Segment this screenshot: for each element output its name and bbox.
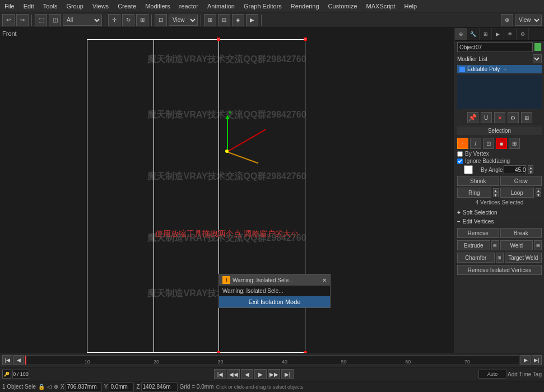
soft-selection-row[interactable]: + Soft Selection (455, 208, 544, 217)
modifier-entry[interactable]: Editable Poly + (457, 65, 542, 73)
menu-group[interactable]: Group (62, 2, 88, 11)
timeline-next-btn[interactable]: ▶ (520, 355, 531, 365)
menu-graph-editors[interactable]: Graph Editors (239, 2, 286, 11)
tab-create[interactable]: ⊕ (455, 28, 467, 40)
x-value-input[interactable] (66, 382, 102, 391)
angle-down-arrow[interactable]: ▼ (528, 170, 533, 174)
grow-button[interactable]: Grow (500, 176, 542, 186)
viewport[interactable]: Front 魔天制造VRAY技术交流QQ群29842760 魔天制造VRAY技术… (0, 28, 454, 353)
edge-icon[interactable]: / (470, 138, 481, 149)
vertex-tr[interactable] (304, 38, 307, 41)
prev-frame-btn[interactable]: |◀ (214, 369, 226, 379)
next-frame-btn[interactable]: ▶| (281, 369, 294, 379)
angle-up-arrow[interactable]: ▲ (528, 165, 533, 170)
view-mode-select[interactable]: View (515, 15, 542, 26)
tab-hierarchy[interactable]: ⊞ (480, 28, 492, 40)
redo-btn[interactable]: ↪ (16, 14, 29, 26)
remove-modifier-icon[interactable]: ✕ (494, 112, 505, 123)
material-editor-btn[interactable]: ◈ (232, 14, 244, 26)
viewport-config-btn[interactable]: ⊕ (501, 14, 513, 26)
select-region-btn[interactable]: ◫ (49, 14, 61, 26)
prev-key-btn[interactable]: ◀◀ (227, 369, 240, 379)
timeline-start-btn[interactable]: |◀ (2, 355, 12, 365)
menu-file[interactable]: File (0, 2, 19, 11)
ring-up-arrow[interactable]: ▲ (493, 188, 499, 193)
undo-btn[interactable]: ↩ (2, 14, 15, 26)
remove-isolated-button[interactable]: Remove Isolated Vertices (457, 265, 542, 275)
loop-down-arrow[interactable]: ▼ (536, 193, 541, 197)
vertex-bl[interactable] (217, 351, 220, 353)
menu-reactor[interactable]: reactor (175, 2, 203, 11)
menu-animation[interactable]: Animation (203, 2, 239, 11)
menu-views[interactable]: Views (88, 2, 113, 11)
selection-filter[interactable]: All Geometry Shapes (63, 15, 102, 26)
remove-button[interactable]: Remove (457, 228, 499, 238)
menu-help[interactable]: Help (400, 2, 422, 11)
exit-isolation-button[interactable]: Exit Isolation Mode (219, 296, 330, 307)
next-key-btn[interactable]: ▶▶ (268, 369, 280, 379)
render-btn[interactable]: ▶ (246, 14, 258, 26)
warning-close-btn[interactable]: ✕ (322, 277, 327, 283)
modifier-dropdown[interactable] (533, 54, 542, 63)
ring-down-arrow[interactable]: ▼ (493, 193, 499, 197)
weld-settings-icon[interactable]: ⊞ (534, 240, 542, 250)
menu-rendering[interactable]: Rendering (286, 2, 324, 11)
tab-utilities[interactable]: ⚙ (517, 28, 529, 40)
config-icon[interactable]: ⚙ (508, 112, 519, 123)
scale-btn[interactable]: ⊞ (136, 14, 148, 26)
tab-display[interactable]: 👁 (504, 28, 517, 40)
align-btn[interactable]: ⊟ (218, 14, 230, 26)
target-weld-button[interactable]: Target Weld (505, 253, 542, 263)
make-unique-icon[interactable]: U (481, 112, 492, 123)
select-btn[interactable]: ⬚ (35, 14, 47, 26)
break-button[interactable]: Break (500, 228, 542, 238)
ignore-backfacing-checkbox[interactable] (457, 158, 463, 164)
loop-button[interactable]: Loop (500, 188, 534, 198)
menu-maxscript[interactable]: MAXScript (362, 2, 400, 11)
weld-button[interactable]: Weld (500, 240, 533, 250)
object-name-input[interactable] (457, 42, 533, 52)
timeline-track[interactable]: 10 20 30 40 50 60 70 (25, 355, 519, 365)
by-angle-value[interactable] (504, 165, 526, 174)
move-btn[interactable]: ✛ (108, 14, 120, 26)
tab-motion[interactable]: ▶ (492, 28, 504, 40)
pin-stack-icon[interactable]: 📌 (467, 112, 478, 123)
y-value-input[interactable] (109, 382, 134, 391)
key-mode-btn[interactable]: 🔑 (2, 370, 11, 379)
menu-customize[interactable]: Customize (324, 2, 362, 11)
add-time-tag-btn[interactable]: Add Time Tag (508, 371, 542, 377)
chamfer-settings-icon[interactable]: ⊞ (496, 253, 504, 263)
by-vertex-checkbox[interactable] (457, 151, 463, 157)
ref-coord-btn[interactable]: ⊡ (155, 14, 167, 26)
menu-tools[interactable]: Tools (39, 2, 62, 11)
timeline-end-btn[interactable]: ▶| (532, 355, 542, 365)
extrude-button[interactable]: Extrude (457, 240, 490, 250)
vertex-tl[interactable] (217, 38, 220, 41)
border-icon[interactable]: ⊡ (483, 138, 494, 149)
edit-vertices-row[interactable]: − Edit Vertices (455, 217, 544, 226)
timeline-prev-btn[interactable]: ◀ (13, 355, 24, 365)
object-color-swatch[interactable] (534, 43, 542, 52)
menu-edit[interactable]: Edit (19, 2, 39, 11)
shrink-button[interactable]: Shrink (457, 176, 499, 186)
ring-button[interactable]: Ring (457, 188, 491, 198)
play-fwd-btn[interactable]: ▶ (254, 369, 267, 379)
vertex-br[interactable] (304, 351, 307, 353)
loop-up-arrow[interactable]: ▲ (536, 188, 541, 193)
vertex-icon[interactable]: · (457, 138, 468, 149)
play-back-btn[interactable]: ◀ (241, 369, 253, 379)
chamfer-button[interactable]: Chamfer (457, 253, 495, 263)
menu-create[interactable]: Create (113, 2, 141, 11)
time-config-display[interactable]: Auto (478, 370, 506, 379)
by-angle-checkbox[interactable] (457, 165, 480, 174)
element-icon[interactable]: ⊞ (509, 138, 520, 149)
rotate-btn[interactable]: ↻ (122, 14, 134, 26)
frame-counter-display[interactable]: 0 / 100 (12, 370, 29, 379)
modifier-extra-icon[interactable]: ⊞ (521, 112, 532, 123)
z-value-input[interactable] (141, 382, 178, 391)
mirror-btn[interactable]: ⊞ (204, 14, 216, 26)
tab-modify[interactable]: 🔧 (467, 28, 480, 40)
view-select[interactable]: View World Local (169, 15, 198, 26)
extrude-settings-icon[interactable]: ⊞ (491, 240, 499, 250)
polygon-icon[interactable]: ■ (496, 138, 507, 149)
